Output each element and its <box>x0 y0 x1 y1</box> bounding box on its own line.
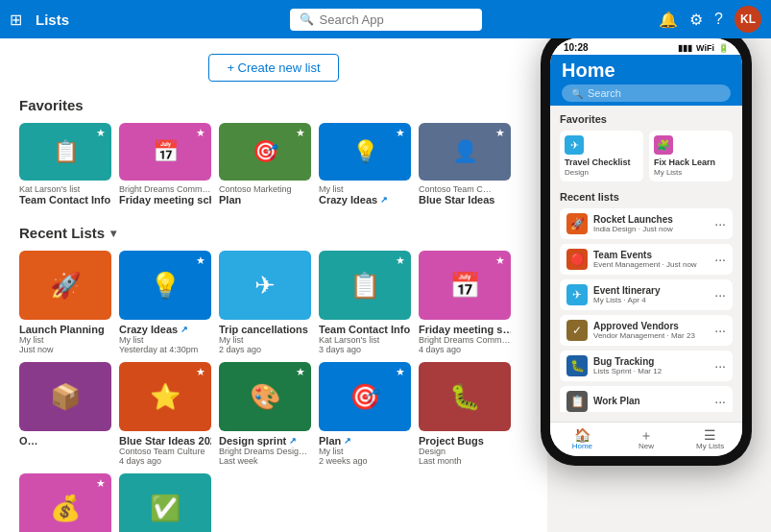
phone-list-sub: Lists Sprint · Mar 12 <box>593 367 662 375</box>
recent-icon: 🎨 <box>250 382 280 412</box>
phone-list-sub: My Lists · Apr 4 <box>593 296 660 304</box>
phone-list-item[interactable]: ✓ Approved Vendors Vendor Management · M… <box>560 315 733 346</box>
recent-card[interactable]: 📅 ★ Friday meeting s… ↗ Bright Dreams Co… <box>419 251 511 354</box>
recent-icon: 🚀 <box>50 271 81 301</box>
search-bar[interactable]: 🔍 <box>290 9 482 31</box>
phone-list-item[interactable]: 🔴 Team Events Event Management · Just no… <box>560 244 733 275</box>
phone-list-icon: 📋 <box>566 391 588 412</box>
phone-list-title: Work Plan <box>593 396 640 406</box>
fav-icon: 📅 <box>153 139 179 164</box>
star-icon: ★ <box>96 127 106 139</box>
phone-fav-card[interactable]: 🧩 Fix Hack Learn My Lists <box>649 131 733 181</box>
fav-name: Team Contact Info ↗ <box>19 194 111 206</box>
recent-card[interactable]: ⭐ ★ Blue Star Ideas 2020 ↗ Contoso Team … <box>119 362 211 466</box>
fav-icon: 📋 <box>53 139 79 164</box>
recent-card[interactable]: 💡 ★ Crazy Ideas ↗ My list Yesterday at 4… <box>119 251 211 354</box>
fav-icon: 💡 <box>352 139 378 164</box>
recent-time: 4 days ago <box>419 345 511 354</box>
recent-card[interactable]: 🎨 ★ Design sprint ↗ Bright Dreams Design… <box>219 362 311 466</box>
star-icon: ★ <box>396 127 405 139</box>
recent-name: Launch Planning <box>19 324 111 335</box>
more-options-icon[interactable]: ··· <box>714 323 726 338</box>
star-icon: ★ <box>196 366 205 378</box>
phone-tab-new[interactable]: ＋ New <box>614 423 679 456</box>
recent-name: Design sprint ↗ <box>219 435 311 447</box>
more-options-icon[interactable]: ··· <box>714 252 726 267</box>
favorite-card[interactable]: 💡 ★ My list Crazy Ideas ↗ <box>319 123 411 206</box>
grid-icon[interactable]: ⊞ <box>10 11 22 29</box>
tab-icon: 🏠 <box>574 428 590 442</box>
share-icon: ↗ <box>380 195 388 205</box>
bell-icon[interactable]: 🔔 <box>659 11 678 29</box>
recent-card[interactable]: 💰 ★ Monetization Pres… ↗ Kat Larson's li… <box>19 473 111 532</box>
star-icon: ★ <box>495 127 505 139</box>
phone-fav-icon: ✈ <box>565 135 584 155</box>
signal-icon: ▮▮▮ <box>678 43 692 53</box>
recent-name: Project Bugs <box>419 435 511 447</box>
fav-owner: Contoso Team C… <box>419 184 511 194</box>
phone-list-item[interactable]: 📋 Work Plan ··· <box>560 386 733 412</box>
phone-list-title: Rocket Launches <box>593 214 673 225</box>
recent-icon: 🎯 <box>349 382 380 412</box>
tab-label: New <box>638 442 654 450</box>
phone-body: Favorites ✈ Travel Checklist Design 🧩 Fi… <box>550 106 742 412</box>
phone-list-title: Bug Tracking <box>593 356 662 367</box>
more-options-icon[interactable]: ··· <box>714 358 726 374</box>
recent-card[interactable]: ✅ Testing <box>119 473 211 532</box>
favorite-card[interactable]: 📋 ★ Kat Larson's list Team Contact Info … <box>19 123 111 206</box>
star-icon: ★ <box>495 254 505 267</box>
recent-card[interactable]: 📋 ★ Team Contact Info ↗ Kat Larson's lis… <box>319 251 411 354</box>
phone-list-text: Approved Vendors Vendor Management · Mar… <box>593 321 695 340</box>
phone-list-icon: ✓ <box>566 320 588 341</box>
recent-card[interactable]: ✈ Trip cancellations My list 2 days ago <box>219 251 311 354</box>
recent-card[interactable]: 📦 O… <box>19 362 111 466</box>
phone-list-item[interactable]: 🐛 Bug Tracking Lists Sprint · Mar 12 ··· <box>560 351 733 381</box>
create-new-list-button[interactable]: + Create new list <box>208 54 338 82</box>
recent-card[interactable]: 🚀 Launch Planning My list Just now <box>19 251 111 354</box>
avatar[interactable]: KL <box>735 6 761 33</box>
phone-list-text: Team Events Event Management · Just now <box>593 250 697 269</box>
fav-name: Friday meeting schedule ↗ <box>119 194 211 206</box>
phone-search-text: Search <box>588 87 621 99</box>
fav-owner: Bright Dreams Committee <box>119 184 211 194</box>
phone-list-sub: Vendor Management · Mar 23 <box>593 331 695 340</box>
phone-screen: 10:28 ▮▮▮ WiFi 🔋 Home 🔍 Search Favorites <box>550 38 742 456</box>
search-input[interactable] <box>320 12 464 27</box>
phone-list-text: Bug Tracking Lists Sprint · Mar 12 <box>593 356 662 375</box>
recent-sub: Bright Dreams Design Team <box>219 447 311 456</box>
settings-icon[interactable]: ⚙ <box>689 11 703 29</box>
tab-label: My Lists <box>696 442 724 450</box>
recent-name: Plan ↗ <box>319 435 411 447</box>
share-icon: ↗ <box>344 436 351 446</box>
phone-list-text: Rocket Launches India Design · Just now <box>593 214 673 233</box>
phone-list-sub: Event Management · Just now <box>593 260 697 269</box>
favorite-card[interactable]: 📅 ★ Bright Dreams Committee Friday meeti… <box>119 123 211 206</box>
phone-outer: 10:28 ▮▮▮ WiFi 🔋 Home 🔍 Search Favorites <box>541 29 752 466</box>
chevron-down-icon[interactable]: ▾ <box>110 227 116 240</box>
favorite-card[interactable]: 🎯 ★ Contoso Marketing Plan <box>219 123 311 206</box>
more-options-icon[interactable]: ··· <box>714 394 726 409</box>
recent-name: Blue Star Ideas 2020 ↗ <box>119 435 211 447</box>
fav-name: Plan <box>219 194 311 206</box>
recent-time: Yesterday at 4:30pm <box>119 345 211 354</box>
fav-owner: Contoso Marketing <box>219 184 311 194</box>
help-icon[interactable]: ? <box>714 11 723 28</box>
phone-fav-card[interactable]: ✈ Travel Checklist Design <box>560 131 643 181</box>
phone-list-text: Event Itinerary My Lists · Apr 4 <box>593 285 660 304</box>
phone-tab-home[interactable]: 🏠 Home <box>550 423 614 456</box>
recent-sub: Contoso Team Culture <box>119 447 211 456</box>
phone-home-title: Home <box>562 60 731 80</box>
recent-card[interactable]: 🐛 Project Bugs Design Last month <box>419 362 511 466</box>
fav-icon: 🎯 <box>253 139 278 164</box>
recent-grid: 🚀 Launch Planning My list Just now 💡 ★ C… <box>19 251 528 532</box>
phone-time: 10:28 <box>564 42 589 53</box>
more-options-icon[interactable]: ··· <box>714 216 726 231</box>
recent-card[interactable]: 🎯 ★ Plan ↗ My list 2 weeks ago <box>319 362 411 466</box>
phone-list-item[interactable]: 🚀 Rocket Launches India Design · Just no… <box>560 208 733 239</box>
fav-name: Blue Star Ideas <box>419 194 511 206</box>
phone-tab-my-lists[interactable]: ☰ My Lists <box>678 423 742 456</box>
phone-list-item[interactable]: ✈ Event Itinerary My Lists · Apr 4 ··· <box>560 279 733 310</box>
more-options-icon[interactable]: ··· <box>714 287 726 302</box>
phone-search-bar[interactable]: 🔍 Search <box>562 85 731 102</box>
favorite-card[interactable]: 👤 ★ Contoso Team C… Blue Star Ideas <box>419 123 511 206</box>
